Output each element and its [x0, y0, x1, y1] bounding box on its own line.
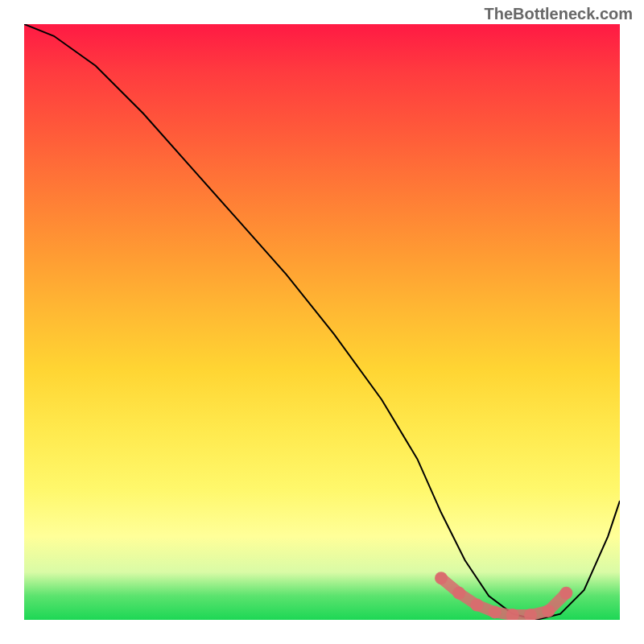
svg-point-7 — [559, 587, 572, 600]
watermark-text: TheBottleneck.com — [485, 5, 633, 23]
plot-area — [24, 24, 620, 620]
svg-point-6 — [542, 605, 555, 617]
svg-point-1 — [452, 587, 465, 600]
svg-point-0 — [435, 572, 448, 584]
chart-container: TheBottleneck.com — [0, 0, 644, 644]
svg-point-2 — [470, 599, 483, 612]
svg-point-3 — [489, 605, 502, 618]
highlight-dots — [24, 24, 620, 620]
